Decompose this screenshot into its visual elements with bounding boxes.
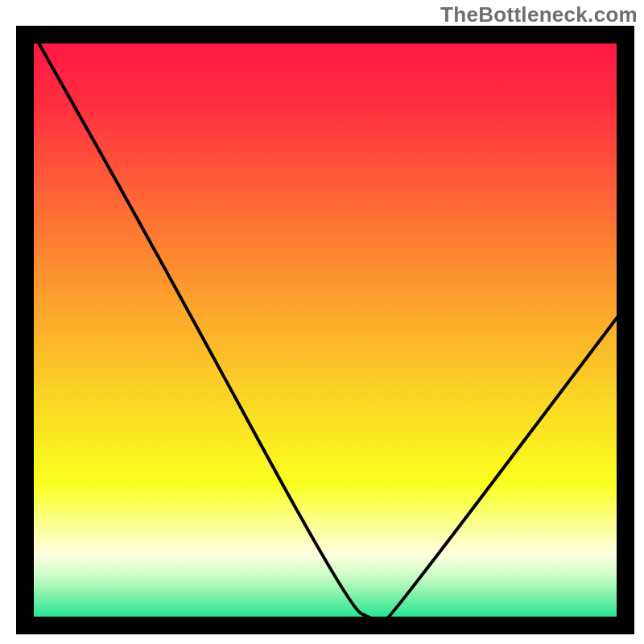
watermark-text: TheBottleneck.com (440, 2, 638, 27)
bottleneck-chart: TheBottleneck.com (0, 0, 644, 644)
gradient-background (25, 35, 625, 625)
chart-canvas (0, 0, 644, 644)
